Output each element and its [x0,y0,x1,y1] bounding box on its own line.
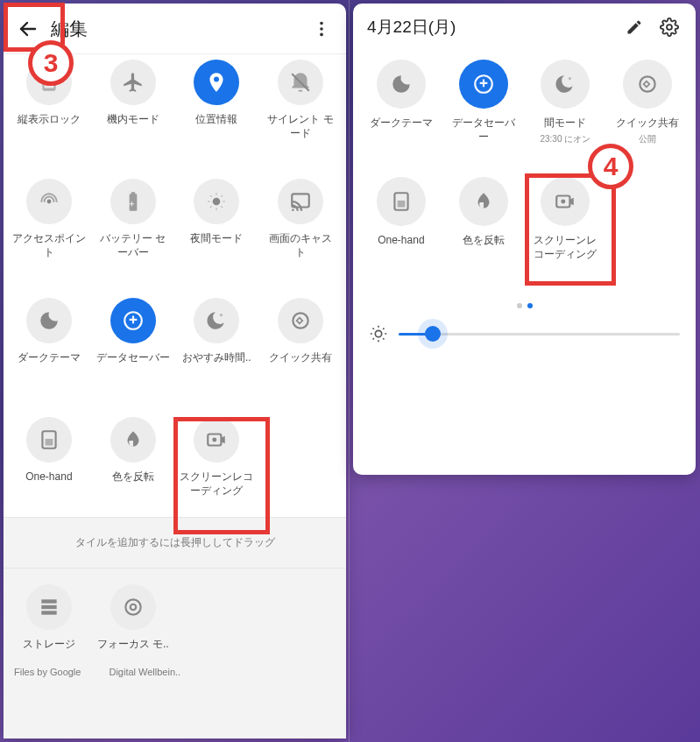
tile-hotspot[interactable]: アクセスポイン ト [7,179,91,275]
tile-bubble[interactable] [194,298,239,343]
tile-invert-colors[interactable]: 色を反転 [442,177,525,273]
tile-label: アクセスポイン ト [12,231,86,259]
tile-label: One-hand [378,233,424,247]
tile-bubble[interactable] [377,60,426,109]
quick-settings-panel: 4月22日(月) ダークテーマデータセーバ ー間モード23:30 にオンクイック… [353,4,696,475]
tile-label: One-hand [25,470,72,484]
tile-bedtime[interactable]: 間モード23:30 にオン [525,60,607,156]
tile-bedtime[interactable]: おやすみ時間.. [175,298,259,394]
tile-bubble[interactable] [459,177,508,226]
tile-label: サイレント モ ード [267,112,333,140]
tile-cast[interactable]: 画面のキャス ト [258,179,343,275]
svg-line-9 [383,338,384,339]
tile-label: ダークテーマ [18,350,81,364]
quick-share-icon [636,73,659,95]
tile-label: データセーバ ー [452,116,515,144]
tile-label: おやすみ時間.. [182,350,251,364]
tile-bubble[interactable] [377,177,426,226]
tile-bubble[interactable] [26,298,72,343]
tile-bubble[interactable] [26,417,72,463]
tile-label: スクリーンレコ ーディング [180,470,253,498]
edit-button[interactable] [617,10,652,45]
tile-label: 縦表示ロック [18,112,81,126]
screen-record-icon [554,190,576,213]
data-saver-icon [472,73,495,95]
qs-date: 4月22日(月) [362,16,617,39]
tile-battery-saver[interactable]: バッテリー セ ーバー [91,179,175,275]
tile-bubble[interactable] [194,417,239,463]
tile-bubble[interactable] [110,584,156,630]
tile-label: クイック共有 [269,350,332,364]
tile-label: 機内モード [107,112,159,126]
tile-bubble[interactable] [278,298,323,343]
tile-one-hand[interactable]: One-hand [360,177,442,273]
svg-point-2 [320,27,323,31]
storage-icon [38,596,60,618]
tile-one-hand[interactable]: One-hand [7,417,91,513]
hotspot-icon [38,190,60,213]
tile-data-saver[interactable]: データセーバー [91,298,175,394]
quick-share-icon [289,309,312,332]
tile-bubble[interactable] [194,179,239,224]
tile-quick-share[interactable]: クイック共有 [258,298,343,394]
attribution-files: Files by Google [14,667,81,677]
tile-bubble[interactable] [278,179,323,224]
tile-screen-record[interactable]: スクリーンレ コーディング [525,177,607,273]
tile-bubble[interactable] [194,60,239,105]
arrow-back-icon [18,18,39,39]
tile-bubble[interactable] [110,179,156,224]
page-dot-active [527,303,533,308]
page-dot [517,303,522,308]
tile-invert-colors[interactable]: 色を反転 [91,417,175,513]
bedtime-icon [554,73,576,95]
tile-bubble[interactable] [110,60,156,105]
tile-bubble[interactable] [26,179,72,224]
silent-icon [289,71,312,94]
tile-label: 色を反転 [112,470,154,484]
tile-bubble[interactable] [110,298,156,343]
edit-header: 編集 [4,4,346,54]
tile-dark-theme[interactable]: ダークテーマ [360,60,442,156]
back-button[interactable] [9,10,47,48]
tile-bubble[interactable] [278,60,323,105]
brightness-icon [369,324,388,343]
invert-colors-icon [472,190,495,213]
tile-screen-record[interactable]: スクリーンレコ ーディング [175,417,259,513]
tile-label: ストレージ [23,637,75,651]
tile-label: 間モード [544,116,586,130]
tile-label: フォーカス モ.. [97,637,169,651]
brightness-thumb[interactable] [425,326,441,342]
tile-data-saver[interactable]: データセーバ ー [442,60,525,156]
tile-label: クイック共有 [616,116,679,130]
tile-bubble[interactable] [459,60,508,109]
tile-silent[interactable]: サイレント モ ード [258,60,343,156]
tile-label: ダークテーマ [370,116,433,130]
tile-bubble[interactable] [110,417,156,463]
tile-bubble[interactable] [623,60,672,109]
tile-bubble[interactable] [541,177,590,226]
gear-icon [660,18,679,37]
tile-label: スクリーンレ コーディング [534,233,597,261]
qs-tile-grid: ダークテーマデータセーバ ー間モード23:30 にオンクイック共有公開One-h… [353,51,696,280]
overflow-button[interactable] [302,10,341,48]
tile-bubble[interactable] [541,60,590,109]
settings-button[interactable] [652,10,687,45]
tile-dark-theme[interactable]: ダークテーマ [7,298,91,394]
brightness-row [353,315,696,363]
tile-label: データセーバー [96,350,170,364]
tile-rotation-lock[interactable]: 縦表示ロック [7,60,91,156]
tile-quick-share[interactable]: クイック共有公開 [606,60,689,156]
tile-bubble[interactable] [26,584,72,630]
tile-label: 夜間モード [190,231,243,245]
attribution-wellbeing: Digital Wellbein.. [109,667,180,677]
tile-night-mode[interactable]: 夜間モード [175,179,259,275]
one-hand-icon [390,190,413,213]
more-vert-icon [312,19,331,39]
tile-location[interactable]: 位置情報 [175,60,259,156]
tile-bubble[interactable] [26,60,72,105]
svg-point-4 [667,25,672,30]
one-hand-icon [38,428,60,451]
tile-airplane[interactable]: 機内モード [91,60,175,156]
brightness-slider[interactable] [399,333,680,336]
cast-icon [289,190,312,213]
